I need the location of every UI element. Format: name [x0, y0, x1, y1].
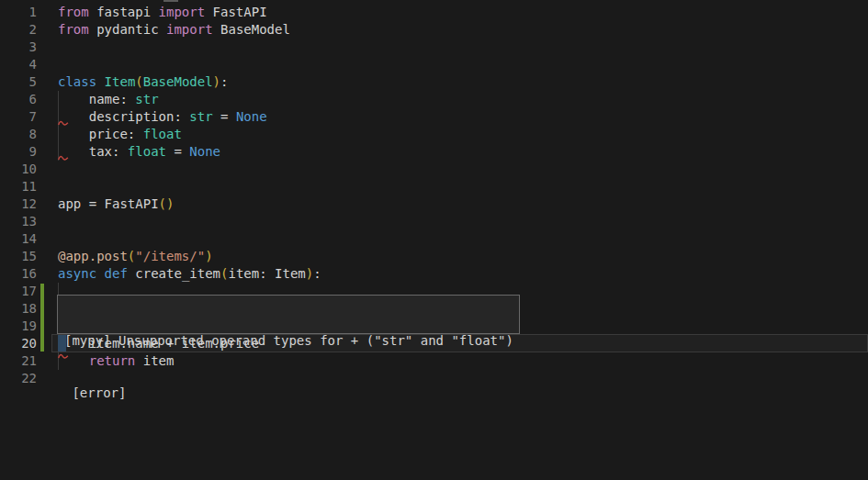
line-number[interactable]: 18 [0, 300, 37, 318]
diagnostic-tooltip: [mypy] Unsupported operand types for + (… [57, 295, 520, 334]
line-number[interactable]: 1 [0, 4, 37, 21]
code-line[interactable]: 12app = FastAPI() [0, 195, 868, 213]
code-text: @app.post("/items/") [37, 249, 213, 263]
line-number[interactable]: 17 [0, 283, 37, 300]
code-line[interactable]: 10 [0, 161, 868, 178]
line-number[interactable]: 15 [0, 248, 37, 265]
code-text: app = FastAPI() [37, 196, 174, 211]
line-number[interactable]: 9 [0, 143, 37, 161]
code-text [37, 57, 58, 72]
code-text: class Item(BaseModel): [37, 74, 228, 89]
line-number[interactable]: 3 [0, 39, 37, 56]
code-line[interactable]: 14 [0, 230, 868, 248]
code-line[interactable]: 15@app.post("/items/") [0, 248, 868, 265]
line-number[interactable]: 10 [0, 161, 37, 178]
line-number[interactable]: 14 [0, 230, 37, 248]
diagnostic-message: [mypy] Unsupported operand types for + (… [64, 332, 519, 350]
line-number[interactable]: 8 [0, 126, 37, 143]
code-line[interactable]: 11 [0, 178, 868, 195]
code-line[interactable]: 7 description: str = None [0, 108, 868, 126]
line-number[interactable]: 11 [0, 178, 37, 195]
error-squiggle-icon [58, 119, 69, 127]
code-text [37, 179, 58, 194]
code-line[interactable]: 4 [0, 56, 868, 73]
code-text [37, 162, 58, 176]
line-number[interactable]: 7 [0, 108, 37, 126]
code-text [37, 231, 58, 246]
code-text: price: float [37, 127, 182, 141]
code-text: from fastapi import FastAPI [37, 5, 267, 19]
git-added-bar [40, 284, 44, 352]
line-number[interactable]: 5 [0, 73, 37, 91]
line-number[interactable]: 16 [0, 265, 37, 283]
line-number[interactable]: 20 [0, 335, 37, 352]
tab-indicator-remnant [163, 0, 178, 2]
line-number[interactable]: 4 [0, 56, 37, 73]
line-number[interactable]: 13 [0, 213, 37, 230]
diagnostic-severity: [error] [64, 385, 519, 402]
code-line[interactable]: 13 [0, 213, 868, 230]
code-line[interactable]: 9 tax: float = None [0, 143, 868, 161]
code-editor[interactable]: 1from fastapi import FastAPI2from pydant… [0, 0, 868, 480]
code-text: description: str = None [37, 109, 267, 124]
code-line[interactable]: 8 price: float [0, 126, 868, 143]
code-line[interactable]: 5class Item(BaseModel): [0, 73, 868, 91]
code-text: async def create_item(item: Item): [37, 266, 321, 281]
code-text: from pydantic import BaseModel [37, 22, 290, 37]
code-text: name: str [37, 92, 159, 106]
code-text [37, 214, 58, 229]
line-number[interactable]: 6 [0, 91, 37, 108]
code-line[interactable]: 3 [0, 39, 868, 56]
line-number[interactable]: 19 [0, 318, 37, 335]
code-line[interactable]: 6 name: str [0, 91, 868, 108]
line-number[interactable]: 21 [0, 352, 37, 370]
line-number[interactable]: 12 [0, 195, 37, 213]
code-text [37, 371, 58, 385]
code-line[interactable]: 16async def create_item(item: Item): [0, 265, 868, 283]
error-squiggle-icon [58, 154, 69, 162]
code-line[interactable]: 1from fastapi import FastAPI [0, 4, 868, 21]
code-line[interactable]: 2from pydantic import BaseModel [0, 21, 868, 39]
line-number[interactable]: 2 [0, 21, 37, 39]
line-number[interactable]: 22 [0, 370, 37, 387]
code-text [37, 39, 58, 54]
